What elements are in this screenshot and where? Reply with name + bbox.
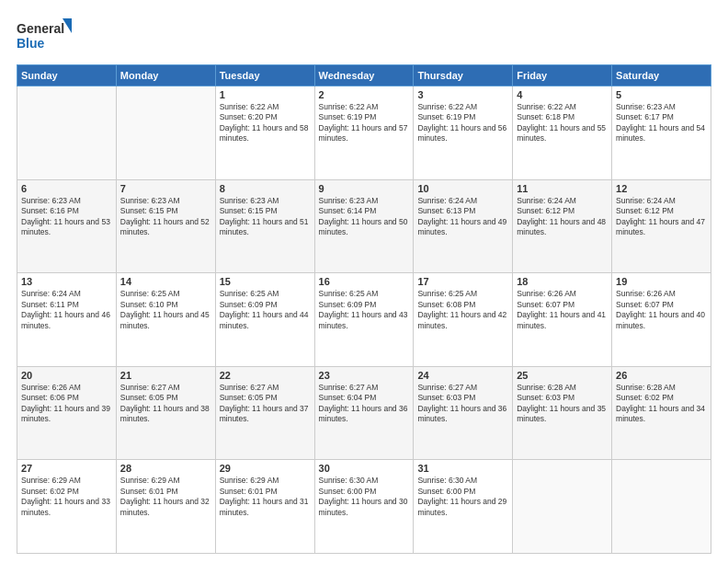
calendar-week-row: 1Sunrise: 6:22 AMSunset: 6:20 PMDaylight… — [17, 86, 711, 180]
calendar-week-row: 27Sunrise: 6:29 AMSunset: 6:02 PMDayligh… — [17, 460, 711, 554]
svg-text:Blue: Blue — [17, 36, 45, 51]
calendar-cell: 24Sunrise: 6:27 AMSunset: 6:03 PMDayligh… — [414, 366, 513, 460]
calendar-cell — [513, 460, 612, 554]
cell-info: Sunrise: 6:24 AMSunset: 6:11 PMDaylight:… — [21, 289, 112, 331]
calendar-cell: 5Sunrise: 6:23 AMSunset: 6:17 PMDaylight… — [612, 86, 711, 180]
cell-info: Sunrise: 6:30 AMSunset: 6:00 PMDaylight:… — [417, 476, 508, 518]
day-number: 27 — [21, 463, 112, 474]
day-number: 11 — [517, 183, 608, 194]
calendar-week-row: 6Sunrise: 6:23 AMSunset: 6:16 PMDaylight… — [17, 179, 711, 273]
calendar-cell: 29Sunrise: 6:29 AMSunset: 6:01 PMDayligh… — [215, 460, 314, 554]
day-of-week-header: Saturday — [612, 65, 711, 86]
calendar-cell: 9Sunrise: 6:23 AMSunset: 6:14 PMDaylight… — [314, 179, 414, 273]
calendar-cell: 31Sunrise: 6:30 AMSunset: 6:00 PMDayligh… — [414, 460, 513, 554]
svg-text:General: General — [17, 21, 64, 36]
cell-info: Sunrise: 6:27 AMSunset: 6:05 PMDaylight:… — [120, 383, 211, 425]
calendar-cell: 11Sunrise: 6:24 AMSunset: 6:12 PMDayligh… — [513, 179, 612, 273]
logo: General Blue — [17, 17, 72, 55]
day-number: 18 — [517, 276, 608, 287]
calendar-week-row: 20Sunrise: 6:26 AMSunset: 6:06 PMDayligh… — [17, 366, 711, 460]
calendar-cell: 4Sunrise: 6:22 AMSunset: 6:18 PMDaylight… — [513, 86, 612, 180]
calendar-cell: 10Sunrise: 6:24 AMSunset: 6:13 PMDayligh… — [414, 179, 513, 273]
calendar-cell: 1Sunrise: 6:22 AMSunset: 6:20 PMDaylight… — [215, 86, 314, 180]
day-number: 19 — [616, 276, 707, 287]
calendar-cell: 22Sunrise: 6:27 AMSunset: 6:05 PMDayligh… — [215, 366, 314, 460]
calendar-cell: 6Sunrise: 6:23 AMSunset: 6:16 PMDaylight… — [17, 179, 117, 273]
day-number: 15 — [220, 276, 311, 287]
day-number: 12 — [616, 183, 707, 194]
day-of-week-header: Friday — [513, 65, 612, 86]
cell-info: Sunrise: 6:23 AMSunset: 6:15 PMDaylight:… — [220, 196, 311, 238]
day-number: 1 — [220, 89, 311, 100]
day-number: 4 — [517, 89, 608, 100]
cell-info: Sunrise: 6:29 AMSunset: 6:02 PMDaylight:… — [21, 476, 112, 518]
header: General Blue — [17, 17, 711, 55]
cell-info: Sunrise: 6:22 AMSunset: 6:20 PMDaylight:… — [220, 102, 311, 144]
calendar-cell: 16Sunrise: 6:25 AMSunset: 6:09 PMDayligh… — [314, 273, 414, 367]
cell-info: Sunrise: 6:27 AMSunset: 6:03 PMDaylight:… — [417, 383, 508, 425]
day-number: 25 — [517, 370, 608, 381]
cell-info: Sunrise: 6:29 AMSunset: 6:01 PMDaylight:… — [220, 476, 311, 518]
day-number: 8 — [220, 183, 311, 194]
day-number: 30 — [319, 463, 410, 474]
day-number: 23 — [319, 370, 410, 381]
calendar-cell: 26Sunrise: 6:28 AMSunset: 6:02 PMDayligh… — [612, 366, 711, 460]
calendar-table: SundayMondayTuesdayWednesdayThursdayFrid… — [17, 64, 711, 554]
cell-info: Sunrise: 6:25 AMSunset: 6:09 PMDaylight:… — [220, 289, 311, 331]
calendar-cell: 20Sunrise: 6:26 AMSunset: 6:06 PMDayligh… — [17, 366, 117, 460]
day-number: 28 — [120, 463, 211, 474]
cell-info: Sunrise: 6:30 AMSunset: 6:00 PMDaylight:… — [319, 476, 410, 518]
day-number: 9 — [319, 183, 410, 194]
calendar-cell: 2Sunrise: 6:22 AMSunset: 6:19 PMDaylight… — [314, 86, 414, 180]
day-number: 20 — [21, 370, 112, 381]
cell-info: Sunrise: 6:27 AMSunset: 6:04 PMDaylight:… — [319, 383, 410, 425]
calendar-cell: 12Sunrise: 6:24 AMSunset: 6:12 PMDayligh… — [612, 179, 711, 273]
calendar-cell: 30Sunrise: 6:30 AMSunset: 6:00 PMDayligh… — [314, 460, 414, 554]
calendar-cell: 8Sunrise: 6:23 AMSunset: 6:15 PMDaylight… — [215, 179, 314, 273]
day-number: 16 — [319, 276, 410, 287]
cell-info: Sunrise: 6:25 AMSunset: 6:10 PMDaylight:… — [120, 289, 211, 331]
cell-info: Sunrise: 6:28 AMSunset: 6:02 PMDaylight:… — [616, 383, 707, 425]
day-number: 24 — [417, 370, 508, 381]
cell-info: Sunrise: 6:26 AMSunset: 6:06 PMDaylight:… — [21, 383, 112, 425]
cell-info: Sunrise: 6:25 AMSunset: 6:08 PMDaylight:… — [417, 289, 508, 331]
day-number: 21 — [120, 370, 211, 381]
calendar-cell: 14Sunrise: 6:25 AMSunset: 6:10 PMDayligh… — [116, 273, 215, 367]
cell-info: Sunrise: 6:23 AMSunset: 6:17 PMDaylight:… — [616, 102, 707, 144]
day-number: 22 — [220, 370, 311, 381]
calendar-cell: 19Sunrise: 6:26 AMSunset: 6:07 PMDayligh… — [612, 273, 711, 367]
cell-info: Sunrise: 6:23 AMSunset: 6:15 PMDaylight:… — [120, 196, 211, 238]
calendar-header-row: SundayMondayTuesdayWednesdayThursdayFrid… — [17, 65, 711, 86]
calendar-cell: 7Sunrise: 6:23 AMSunset: 6:15 PMDaylight… — [116, 179, 215, 273]
calendar-cell: 18Sunrise: 6:26 AMSunset: 6:07 PMDayligh… — [513, 273, 612, 367]
day-number: 17 — [417, 276, 508, 287]
day-of-week-header: Thursday — [414, 65, 513, 86]
day-of-week-header: Tuesday — [215, 65, 314, 86]
cell-info: Sunrise: 6:24 AMSunset: 6:12 PMDaylight:… — [517, 196, 608, 238]
day-number: 14 — [120, 276, 211, 287]
day-number: 13 — [21, 276, 112, 287]
day-number: 26 — [616, 370, 707, 381]
day-number: 3 — [417, 89, 508, 100]
cell-info: Sunrise: 6:24 AMSunset: 6:12 PMDaylight:… — [616, 196, 707, 238]
cell-info: Sunrise: 6:24 AMSunset: 6:13 PMDaylight:… — [417, 196, 508, 238]
cell-info: Sunrise: 6:22 AMSunset: 6:19 PMDaylight:… — [319, 102, 410, 144]
calendar-cell — [116, 86, 215, 180]
calendar-week-row: 13Sunrise: 6:24 AMSunset: 6:11 PMDayligh… — [17, 273, 711, 367]
calendar-cell: 25Sunrise: 6:28 AMSunset: 6:03 PMDayligh… — [513, 366, 612, 460]
day-number: 2 — [319, 89, 410, 100]
cell-info: Sunrise: 6:29 AMSunset: 6:01 PMDaylight:… — [120, 476, 211, 518]
day-of-week-header: Wednesday — [314, 65, 414, 86]
calendar-cell: 3Sunrise: 6:22 AMSunset: 6:19 PMDaylight… — [414, 86, 513, 180]
calendar-cell: 23Sunrise: 6:27 AMSunset: 6:04 PMDayligh… — [314, 366, 414, 460]
calendar-cell: 15Sunrise: 6:25 AMSunset: 6:09 PMDayligh… — [215, 273, 314, 367]
day-number: 7 — [120, 183, 211, 194]
cell-info: Sunrise: 6:22 AMSunset: 6:19 PMDaylight:… — [417, 102, 508, 144]
cell-info: Sunrise: 6:28 AMSunset: 6:03 PMDaylight:… — [517, 383, 608, 425]
day-number: 6 — [21, 183, 112, 194]
logo-svg: General Blue — [17, 17, 72, 55]
calendar-cell — [17, 86, 117, 180]
day-of-week-header: Monday — [116, 65, 215, 86]
day-number: 5 — [616, 89, 707, 100]
calendar-cell: 17Sunrise: 6:25 AMSunset: 6:08 PMDayligh… — [414, 273, 513, 367]
